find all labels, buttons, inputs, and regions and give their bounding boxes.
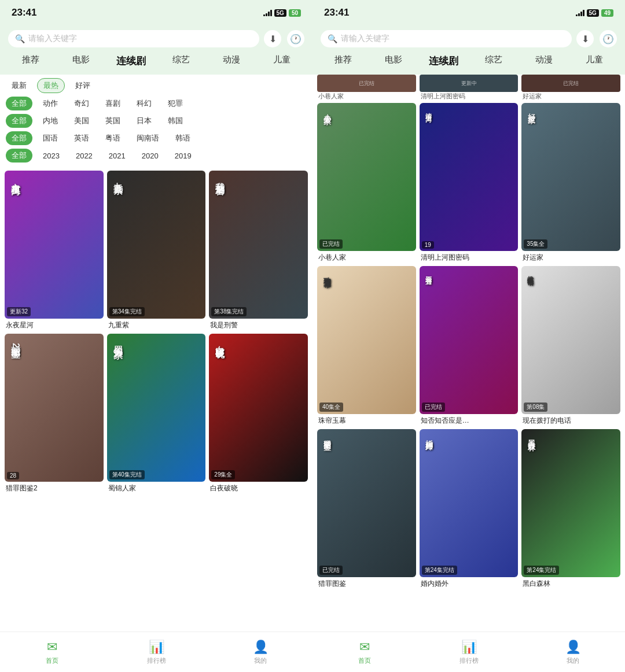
chip-2021[interactable]: 2021 bbox=[103, 150, 131, 162]
chip-hokkien[interactable]: 闽南语 bbox=[131, 131, 165, 145]
tab-series-right[interactable]: 连续剧 bbox=[418, 52, 469, 70]
right-drama-badge-3: 40集全 bbox=[319, 403, 343, 412]
chip-genre-all[interactable]: 全部 bbox=[6, 97, 32, 110]
right-drama-card-3[interactable]: 珠帘玉幕 40集全 珠帘玉幕 bbox=[317, 266, 416, 426]
chip-lang-all[interactable]: 全部 bbox=[6, 131, 32, 145]
battery-right: 49 bbox=[601, 9, 613, 17]
bottom-nav-profile-left[interactable]: 👤 我的 bbox=[208, 632, 312, 672]
status-bar-right: 23:41 5G 49 bbox=[312, 0, 625, 25]
chip-korea[interactable]: 韩国 bbox=[162, 114, 189, 128]
status-icons-right: 5G 49 bbox=[576, 9, 613, 17]
drama-card-2[interactable]: 我是刑警 第38集完结 我是刑警 bbox=[209, 171, 308, 330]
tab-recommend-right[interactable]: 推荐 bbox=[318, 52, 369, 70]
right-drama-card-0[interactable]: 小巷人家 已完结 小巷人家 bbox=[317, 103, 416, 263]
tab-anime-left[interactable]: 动漫 bbox=[207, 52, 257, 70]
right-drama-title-5: 现在拨打的电话 bbox=[521, 416, 620, 426]
right-drama-card-8[interactable]: 黑白森林 第24集完结 黑白森林 bbox=[521, 429, 620, 589]
status-icons-left: 5G 50 bbox=[263, 9, 301, 17]
partial-title-3: 好运家 bbox=[521, 93, 620, 101]
partial-card-3: 已完结 bbox=[521, 75, 620, 92]
tab-recommend-left[interactable]: 推荐 bbox=[6, 52, 56, 70]
drama-grid-left: 永夜星河 更新32 永夜星河 九重紫 第34集完结 九重紫 我是刑警 第38集完… bbox=[0, 166, 312, 632]
chip-scifi[interactable]: 科幻 bbox=[131, 97, 157, 110]
profile-label-left: 我的 bbox=[254, 656, 267, 665]
tab-variety-right[interactable]: 综艺 bbox=[469, 52, 519, 70]
drama-title-1: 九重紫 bbox=[107, 320, 206, 330]
drama-card-4[interactable]: 蜀锦人家 第40集完结 蜀锦人家 bbox=[107, 334, 206, 493]
chip-rated[interactable]: 好评 bbox=[69, 79, 96, 93]
history-btn-left[interactable]: 🕐 bbox=[287, 30, 304, 47]
chip-2022[interactable]: 2022 bbox=[70, 150, 98, 162]
chip-fantasy[interactable]: 奇幻 bbox=[68, 97, 95, 110]
search-input-wrap-right[interactable]: 🔍 请输入关键字 bbox=[321, 30, 572, 47]
chip-us[interactable]: 美国 bbox=[68, 114, 95, 128]
drama-badge-5: 29集全 bbox=[211, 470, 235, 479]
search-input-wrap-left[interactable]: 🔍 请输入关键字 bbox=[8, 30, 259, 47]
drama-title-4: 蜀锦人家 bbox=[107, 483, 206, 493]
chip-2023[interactable]: 2023 bbox=[37, 150, 65, 162]
chip-english[interactable]: 英语 bbox=[68, 131, 95, 145]
filter-row-sort: 最新 最热 好评 bbox=[6, 78, 307, 93]
search-bar-left: 🔍 请输入关键字 ⬇ 🕐 bbox=[0, 25, 312, 52]
chip-crime[interactable]: 犯罪 bbox=[162, 97, 189, 110]
right-drama-card-1[interactable]: 清明上河 19 清明上河图密码 bbox=[420, 103, 519, 263]
tab-anime-right[interactable]: 动漫 bbox=[519, 52, 569, 70]
filter-row-lang: 全部 国语 英语 粤语 闽南语 韩语 bbox=[6, 131, 307, 145]
partial-card-1: 已完结 bbox=[317, 75, 416, 92]
drama-card-0[interactable]: 永夜星河 更新32 永夜星河 bbox=[5, 171, 104, 330]
right-drama-card-6[interactable]: 猎罪图鉴 已完结 猎罪图鉴 bbox=[317, 429, 416, 589]
chip-year-all[interactable]: 全部 bbox=[6, 149, 32, 163]
partial-title-1: 小巷人家 bbox=[317, 93, 416, 101]
bottom-nav-home-right[interactable]: ✉ 首页 bbox=[312, 632, 417, 672]
tab-kids-right[interactable]: 儿童 bbox=[569, 52, 619, 70]
tab-kids-left[interactable]: 儿童 bbox=[256, 52, 307, 70]
right-drama-card-5[interactable]: 拨打电话 第08集 现在拨打的电话 bbox=[521, 266, 620, 426]
chip-korean[interactable]: 韩语 bbox=[170, 131, 196, 145]
search-icon-left: 🔍 bbox=[15, 34, 25, 43]
tab-series-left[interactable]: 连续剧 bbox=[106, 52, 156, 70]
chip-action[interactable]: 动作 bbox=[37, 97, 64, 110]
status-bar-left: 23:41 5G 50 bbox=[0, 0, 312, 25]
right-drama-title-7: 婚内婚外 bbox=[420, 579, 519, 589]
right-drama-badge-0: 已完结 bbox=[319, 239, 343, 249]
chip-2019[interactable]: 2019 bbox=[169, 150, 197, 162]
right-drama-badge-5: 第08集 bbox=[524, 403, 547, 412]
right-drama-title-6: 猎罪图鉴 bbox=[317, 579, 416, 589]
chip-mandarin[interactable]: 国语 bbox=[37, 131, 64, 145]
history-btn-right[interactable]: 🕐 bbox=[600, 30, 617, 47]
chip-japan[interactable]: 日本 bbox=[131, 114, 157, 128]
nav-tabs-left: 推荐 电影 连续剧 综艺 动漫 儿童 bbox=[0, 52, 312, 75]
right-drama-card-4[interactable]: 知否知否 已完结 知否知否应是… bbox=[420, 266, 519, 426]
tab-variety-left[interactable]: 综艺 bbox=[156, 52, 207, 70]
bottom-nav-home-left[interactable]: ✉ 首页 bbox=[0, 632, 104, 672]
home-icon-right: ✉ bbox=[359, 640, 370, 655]
drama-card-5[interactable]: 白夜破晓 29集全 白夜破晓 bbox=[209, 334, 308, 493]
fiveg-label-left: 5G bbox=[274, 9, 286, 17]
download-btn-right[interactable]: ⬇ bbox=[576, 30, 594, 47]
drama-badge-4: 第40集完结 bbox=[109, 470, 145, 479]
left-phone-panel: 23:41 5G 50 🔍 请输入关键字 ⬇ 🕐 推荐 电影 连续剧 综艺 动漫 bbox=[0, 0, 312, 672]
chip-region-all[interactable]: 全部 bbox=[6, 114, 32, 128]
right-drama-card-7[interactable]: 婚内婚外 第24集完结 婚内婚外 bbox=[420, 429, 519, 589]
drama-badge-3: 28 bbox=[7, 472, 19, 479]
chip-cantonese[interactable]: 粤语 bbox=[100, 131, 126, 145]
drama-grid-right: 小巷人家 清明上河图密码 好运家 小巷人家 已完结 小巷人家 清明上河 19 清… bbox=[312, 93, 625, 632]
tab-movie-right[interactable]: 电影 bbox=[369, 52, 419, 70]
chip-mainland[interactable]: 内地 bbox=[37, 114, 64, 128]
partial-title-2: 清明上河图密码 bbox=[420, 93, 519, 101]
download-btn-left[interactable]: ⬇ bbox=[264, 30, 281, 47]
bottom-nav-rank-left[interactable]: 📊 排行榜 bbox=[104, 632, 208, 672]
chip-2020[interactable]: 2020 bbox=[136, 150, 164, 162]
bottom-nav-rank-right[interactable]: 📊 排行榜 bbox=[417, 632, 521, 672]
tab-movie-left[interactable]: 电影 bbox=[56, 52, 106, 70]
fiveg-label-right: 5G bbox=[587, 9, 599, 17]
drama-title-2: 我是刑警 bbox=[209, 320, 308, 330]
chip-latest[interactable]: 最新 bbox=[6, 79, 32, 93]
chip-hot[interactable]: 最热 bbox=[37, 78, 65, 93]
bottom-nav-profile-right[interactable]: 👤 我的 bbox=[521, 632, 625, 672]
drama-card-3[interactable]: 猎罪图鉴2 28 猎罪图鉴2 bbox=[5, 334, 104, 493]
chip-uk[interactable]: 英国 bbox=[100, 114, 126, 128]
chip-comedy[interactable]: 喜剧 bbox=[100, 97, 126, 110]
drama-card-1[interactable]: 九重紫 第34集完结 九重紫 bbox=[107, 171, 206, 330]
right-drama-card-2[interactable]: 好运家 35集全 好运家 bbox=[521, 103, 620, 263]
